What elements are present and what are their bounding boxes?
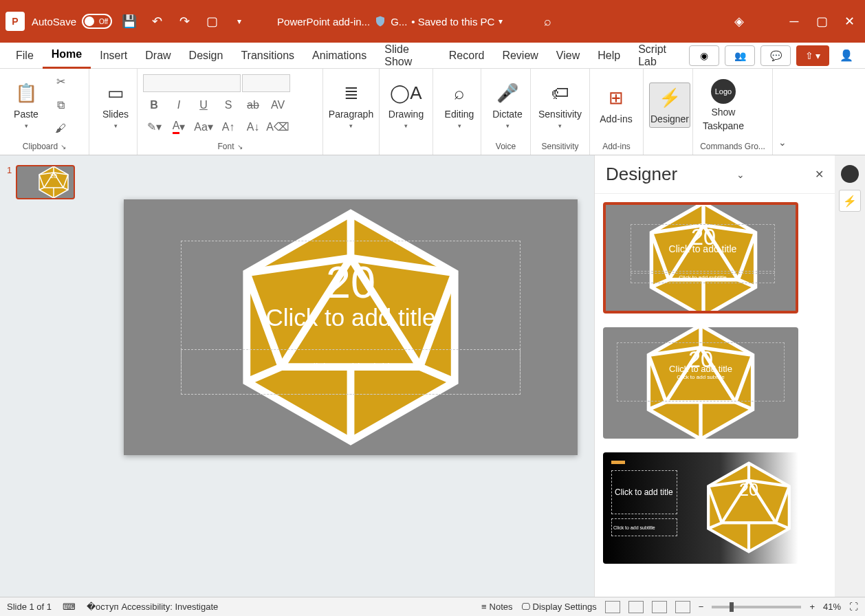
tab-file[interactable]: File <box>7 43 43 69</box>
rail-logo-icon[interactable] <box>841 165 859 183</box>
designer-collapse-icon[interactable]: ⌄ <box>736 169 745 180</box>
zoom-percent[interactable]: 41% <box>823 602 841 612</box>
sorter-view-icon[interactable] <box>628 601 644 613</box>
quickaccess-more-icon[interactable]: ▾ <box>229 11 250 32</box>
clipboard-group-label: Clipboard <box>23 142 58 151</box>
strike2-icon[interactable]: ab <box>242 96 264 115</box>
tab-design[interactable]: Design <box>180 43 232 69</box>
sensitivity-button[interactable]: 🏷Sensitivity▾ <box>536 78 584 132</box>
minimize-icon[interactable]: ─ <box>784 11 804 32</box>
zoom-out-icon[interactable]: − <box>699 602 704 612</box>
underline-icon[interactable]: U <box>193 96 215 115</box>
paragraph-button[interactable]: ≣Paragraph▾ <box>329 78 373 132</box>
tab-draw[interactable]: Draw <box>136 43 179 69</box>
design-suggestion-2[interactable]: Click to add title Click to add subtitle <box>603 327 798 439</box>
addins-button[interactable]: ⊞Add-ins <box>595 83 637 127</box>
normal-view-icon[interactable] <box>605 601 620 613</box>
format-painter-icon[interactable]: 🖌 <box>50 119 72 138</box>
paste-button[interactable]: 📋 Paste▾ <box>6 78 47 132</box>
ribbon: 📋 Paste▾ ✂ ⧉ 🖌 Clipboard↘ ▭ Slides▾ B <box>0 69 865 155</box>
fit-window-icon[interactable]: ⛶ <box>849 602 858 612</box>
display-settings-button[interactable]: 🖵 Display Settings <box>521 602 597 612</box>
side-rail: ⚡ <box>835 155 865 597</box>
highlight-icon[interactable]: ✎▾ <box>143 118 165 137</box>
tab-review[interactable]: Review <box>493 43 547 69</box>
slide-editor[interactable]: Click to add title Click to add subtitle <box>107 155 594 597</box>
slides-button[interactable]: ▭ Slides▾ <box>95 78 136 132</box>
diamond-icon[interactable]: ◈ <box>729 11 749 32</box>
redo-icon[interactable]: ↷ <box>174 11 195 32</box>
tab-view[interactable]: View <box>547 43 589 69</box>
spacing-icon[interactable]: AV <box>267 96 289 115</box>
comments-icon[interactable]: 💬 <box>760 45 791 66</box>
design-suggestion-3[interactable]: Click to add title Click to add subtitle <box>603 452 798 564</box>
font-launcher-icon[interactable]: ↘ <box>237 143 243 151</box>
designer-button[interactable]: ⚡Designer <box>649 82 690 128</box>
tab-home[interactable]: Home <box>43 43 91 69</box>
search-editing-icon: ⌕ <box>447 81 472 106</box>
slide-canvas[interactable]: Click to add title Click to add subtitle <box>124 199 578 455</box>
addins-icon: ⊞ <box>604 86 628 111</box>
slides-icon: ▭ <box>103 81 128 106</box>
design-suggestion-1[interactable]: Click to add title Click to add subtitle <box>603 202 798 314</box>
status-bar: Slide 1 of 1 ⌨ �оступ Accessibility: Inv… <box>0 597 865 616</box>
italic-icon[interactable]: I <box>168 96 190 115</box>
thumb-number: 1 <box>7 165 12 199</box>
zoom-in-icon[interactable]: + <box>809 602 815 612</box>
search-icon[interactable]: ⌕ <box>537 11 558 32</box>
strike-icon[interactable]: S <box>217 96 239 115</box>
clear-format-icon[interactable]: A⌫ <box>267 118 289 137</box>
thumbnail-panel: 1 <box>0 155 107 597</box>
accessibility-status[interactable]: �оступ Accessibility: Investigate <box>87 602 218 612</box>
tab-insert[interactable]: Insert <box>91 43 136 69</box>
present-icon[interactable]: ▢ <box>201 11 222 32</box>
drawing-button[interactable]: ◯ADrawing▾ <box>385 78 427 132</box>
undo-icon[interactable]: ↶ <box>146 11 167 32</box>
font-family-combo[interactable] <box>143 74 241 92</box>
collapse-ribbon-icon[interactable]: ⌄ <box>773 69 792 155</box>
bold-icon[interactable]: B <box>143 96 165 115</box>
clipboard-launcher-icon[interactable]: ↘ <box>61 143 66 151</box>
clipboard-icon: 📋 <box>14 81 39 106</box>
card2-subtitle: Click to add subtitle <box>677 374 724 380</box>
zoom-slider[interactable] <box>712 606 801 608</box>
record-button-icon[interactable]: ◉ <box>689 45 719 66</box>
title-dropdown-icon[interactable]: ▾ <box>499 16 503 26</box>
language-icon[interactable]: ⌨ <box>63 602 76 612</box>
slide-counter[interactable]: Slide 1 of 1 <box>7 602 52 612</box>
shrink-font-icon[interactable]: A↓ <box>242 118 264 137</box>
account-icon[interactable]: 👤 <box>835 49 858 62</box>
tab-record[interactable]: Record <box>440 43 494 69</box>
tab-help[interactable]: Help <box>589 43 629 69</box>
notes-button[interactable]: ≡ Notes <box>481 602 513 612</box>
tab-transitions[interactable]: Transitions <box>232 43 303 69</box>
autosave-toggle[interactable]: AutoSave Off <box>32 14 112 29</box>
tab-scriptlab[interactable]: Script Lab <box>629 43 689 69</box>
designer-close-icon[interactable]: ✕ <box>815 168 824 181</box>
teams-icon[interactable]: 👥 <box>725 45 755 66</box>
close-icon[interactable]: ✕ <box>839 11 859 32</box>
cut-icon[interactable]: ✂ <box>50 72 72 91</box>
editing-button[interactable]: ⌕Editing▾ <box>439 78 480 132</box>
slide-thumbnail-1[interactable] <box>16 165 75 199</box>
autosave-switch[interactable]: Off <box>82 14 112 29</box>
show-taskpane-button[interactable]: LogoShowTaskpane <box>699 76 748 134</box>
change-case-icon[interactable]: Aa▾ <box>193 118 215 137</box>
maximize-icon[interactable]: ▢ <box>811 11 832 32</box>
tab-animations[interactable]: Animations <box>303 43 375 69</box>
ribbon-tabs: File Home Insert Draw Design Transitions… <box>0 43 865 69</box>
rail-designer-icon[interactable]: ⚡ <box>839 190 861 212</box>
slideshow-view-icon[interactable] <box>675 601 690 613</box>
save-icon[interactable]: 💾 <box>119 11 140 32</box>
grow-font-icon[interactable]: A↑ <box>217 118 239 137</box>
drawing-icon: ◯A <box>394 81 419 106</box>
reading-view-icon[interactable] <box>652 601 667 613</box>
font-color-icon[interactable]: A▾ <box>168 118 190 137</box>
tab-slideshow[interactable]: Slide Show <box>375 43 440 69</box>
font-size-combo[interactable] <box>242 74 290 92</box>
subtitle-placeholder[interactable]: Click to add subtitle <box>181 349 521 395</box>
copy-icon[interactable]: ⧉ <box>50 96 72 115</box>
dictate-button[interactable]: 🎤Dictate▾ <box>487 78 528 132</box>
share-button[interactable]: ⇧ ▾ <box>796 45 829 66</box>
paragraph-icon: ≣ <box>339 81 364 106</box>
